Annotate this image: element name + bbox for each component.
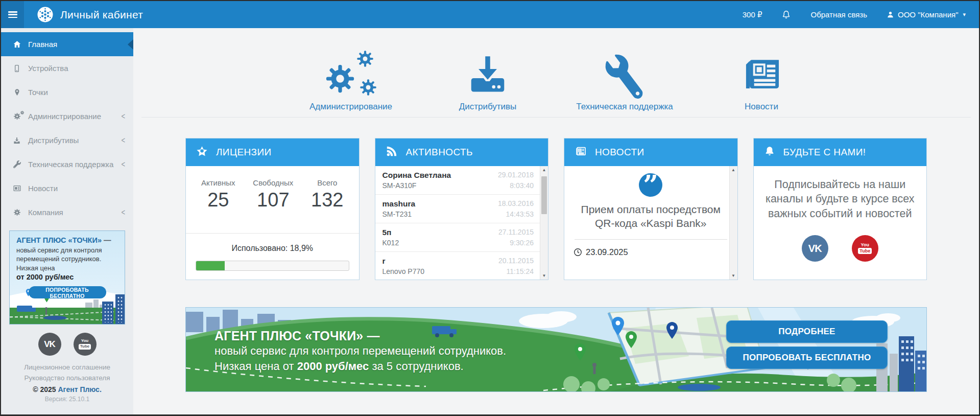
chevron-left-icon: <	[121, 207, 125, 218]
user-manual-link[interactable]: Руководство пользователя	[1, 373, 133, 384]
chevron-left-icon: <	[121, 111, 125, 122]
licenses-card-header: ЛИЦЕНЗИИ	[186, 138, 359, 166]
section-divider	[141, 117, 971, 118]
used-label: Использовано: 18,9%	[186, 244, 359, 253]
user-menu[interactable]: ООО "Компания" ▾	[887, 10, 966, 19]
youtube-icon[interactable]: You Tube	[74, 333, 97, 356]
banner-title: АГЕНТ ПЛЮС «ТОЧКИ» —	[214, 328, 506, 343]
activity-row[interactable]: Сорина СветланаSM-A310F 29.01.20188:03:4…	[375, 166, 540, 195]
sidebar-item-support[interactable]: Техническая поддержка <	[1, 152, 133, 176]
building-illustration	[102, 302, 113, 324]
newspaper-icon	[739, 53, 783, 97]
bell-icon	[764, 146, 775, 159]
scrollbar-thumb[interactable]	[541, 176, 547, 214]
chevron-left-icon: <	[121, 159, 125, 170]
sidebar-socials: VK You Tube	[1, 333, 133, 356]
news-card: НОВОСТИ ” Прием оплаты посредством QR-ко…	[564, 138, 738, 280]
download-icon	[11, 136, 22, 145]
stay-card-header: БУДЬТЕ С НАМИ!	[754, 138, 927, 166]
hamburger-icon	[8, 11, 17, 18]
rss-icon	[386, 145, 398, 159]
stat-total: Всего 132	[311, 178, 343, 211]
feedback-link[interactable]: Обратная связь	[810, 10, 867, 19]
vk-icon[interactable]: VK	[802, 235, 828, 262]
quote-icon: ”	[639, 173, 662, 197]
activity-row[interactable]: rLenovo P770 20.11.201511:15:24	[375, 252, 540, 280]
youtube-icon[interactable]: You Tube	[852, 235, 878, 262]
company-name: ООО "Компания"	[898, 10, 958, 19]
banner-more-button[interactable]: ПОДРОБНЕЕ	[726, 320, 888, 343]
clock-icon	[573, 248, 582, 257]
license-progress-bar	[196, 261, 349, 271]
version-label: Версия: 25.10.1	[1, 396, 133, 403]
gear-icon	[11, 209, 22, 216]
sidebar-item-devices[interactable]: Устройства	[1, 56, 133, 80]
shortcut-administration[interactable]: Администрирование	[282, 35, 419, 112]
promo-banner[interactable]: АГЕНТ ПЛЮС «ТОЧКИ» — новый сервис для ко…	[185, 307, 927, 392]
news-scrollbar[interactable]: ▲ ▼	[729, 166, 737, 280]
truck-illustration	[17, 306, 32, 312]
sidebar-item-distributives[interactable]: Дистрибутивы <	[1, 128, 133, 152]
building-illustration	[115, 294, 125, 324]
subscribe-text: Подписывайтесь на наши каналы и будьте в…	[761, 177, 920, 221]
scroll-down-icon[interactable]: ▼	[540, 272, 548, 280]
news-headline[interactable]: Прием оплаты посредством QR-кода «Kaspi …	[573, 203, 728, 230]
user-icon	[887, 11, 894, 18]
licenses-card: ЛИЦЕНЗИИ Активных 25 Свободных 107	[185, 138, 360, 280]
vk-icon[interactable]: VK	[38, 333, 61, 356]
shortcut-distributives[interactable]: Дистрибутивы	[419, 35, 556, 112]
wrench-icon	[604, 56, 645, 97]
newspaper-icon	[11, 184, 22, 193]
caret-down-icon: ▾	[963, 11, 966, 18]
activity-scrollbar[interactable]: ▲ ▼	[540, 166, 548, 280]
scroll-up-icon[interactable]: ▲	[730, 166, 737, 174]
brand: Личный кабинет	[37, 7, 143, 22]
stat-active: Активных 25	[201, 178, 235, 211]
newspaper-icon	[575, 145, 587, 159]
chevron-left-icon: <	[121, 135, 125, 146]
shortcut-news[interactable]: Новости	[693, 35, 830, 112]
home-icon	[11, 40, 22, 49]
navbar-right: 300 ₽ Обратная связь ООО "Компания" ▾	[743, 10, 979, 19]
balance-link[interactable]: 300 ₽	[743, 10, 762, 19]
gears-icon	[11, 112, 22, 120]
gears-icon	[324, 50, 377, 97]
activity-list: Сорина СветланаSM-A310F 29.01.20188:03:4…	[375, 166, 540, 280]
scroll-down-icon[interactable]: ▼	[730, 272, 737, 280]
sidebar-item-points[interactable]: Точки	[1, 80, 133, 104]
news-card-body: ” Прием оплаты посредством QR-кода «Kasp…	[564, 166, 737, 280]
news-card-header: НОВОСТИ	[564, 138, 737, 166]
sidebar-item-company[interactable]: Компания <	[1, 200, 133, 224]
banner-try-free-button[interactable]: ПОПРОБОВАТЬ БЕСПЛАТНО	[726, 346, 888, 369]
copyright: © 2025 Агент Плюс.	[1, 385, 133, 394]
sidebar-ad-banner[interactable]: АГЕНТ ПЛЮС «ТОЧКИ» — новый сервис для ко…	[9, 230, 125, 325]
download-icon	[465, 52, 510, 97]
activity-card: АКТИВНОСТЬ Сорина СветланаSM-A310F 29.01…	[375, 138, 549, 280]
sidebar-item-news[interactable]: Новости	[1, 176, 133, 200]
main-content: Администрирование Дистрибутивы	[133, 28, 979, 414]
activity-row[interactable]: 5пK012 27.11.20159:30:26	[375, 223, 540, 252]
ad-title: АГЕНТ ПЛЮС «ТОЧКИ» —	[16, 236, 118, 245]
smartphone-icon	[11, 64, 22, 73]
sidebar-item-home[interactable]: Главная	[1, 32, 133, 56]
shortcut-support[interactable]: Техническая поддержка	[556, 35, 693, 112]
ad-price: от 2000 руб/мес	[16, 273, 118, 281]
activity-row[interactable]: mashuraSM-T231 18.03.201614:43:53	[375, 195, 540, 223]
license-agreement-link[interactable]: Лицензионное соглашение	[1, 362, 133, 373]
sidebar-nav: Главная Устройства Точки	[1, 32, 133, 224]
star-icon	[196, 146, 208, 159]
brand-link[interactable]: Агент Плюс.	[58, 385, 101, 394]
sidebar-footer: Лицензионное соглашение Руководство поль…	[1, 362, 133, 403]
notifications-bell-icon[interactable]	[781, 10, 791, 19]
sidebar-toggle-button[interactable]	[1, 1, 24, 28]
map-marker-icon	[11, 88, 22, 96]
stay-with-us-card: БУДЬТЕ С НАМИ! Подписывайтесь на наши ка…	[753, 138, 927, 280]
activity-card-header: АКТИВНОСТЬ	[375, 138, 548, 166]
sidebar-item-administration[interactable]: Администрирование <	[1, 104, 133, 128]
shortcuts-row: Администрирование Дистрибутивы	[133, 28, 979, 112]
banner-text: АГЕНТ ПЛЮС «ТОЧКИ» — новый сервис для ко…	[214, 328, 506, 374]
dashboard-cards: ЛИЦЕНЗИИ Активных 25 Свободных 107	[185, 138, 927, 280]
scroll-up-icon[interactable]: ▲	[540, 166, 548, 174]
app-logo-icon	[37, 7, 53, 22]
ad-try-free-button[interactable]: ПОПРОБОВАТЬ БЕСПЛАТНО	[29, 286, 106, 298]
